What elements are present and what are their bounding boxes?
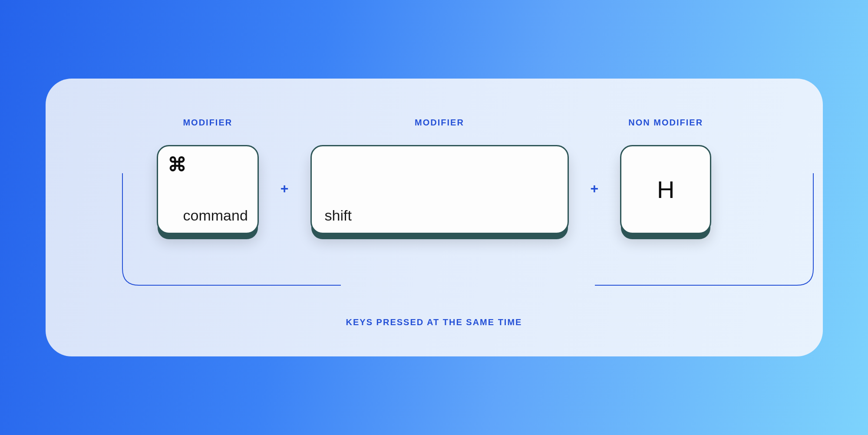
bracket-svg: [122, 173, 814, 286]
modifier-label-1: MODIFIER: [183, 118, 232, 128]
diagram-panel: MODIFIER ⌘ command + MODIFIER shift + NO…: [46, 79, 823, 356]
non-modifier-label: NON MODIFIER: [628, 118, 703, 128]
modifier-label-2: MODIFIER: [415, 118, 464, 128]
bracket-container: KEYS PRESSED AT THE SAME TIME: [80, 280, 788, 323]
caption-text: KEYS PRESSED AT THE SAME TIME: [80, 317, 788, 327]
command-icon: ⌘: [168, 155, 248, 174]
